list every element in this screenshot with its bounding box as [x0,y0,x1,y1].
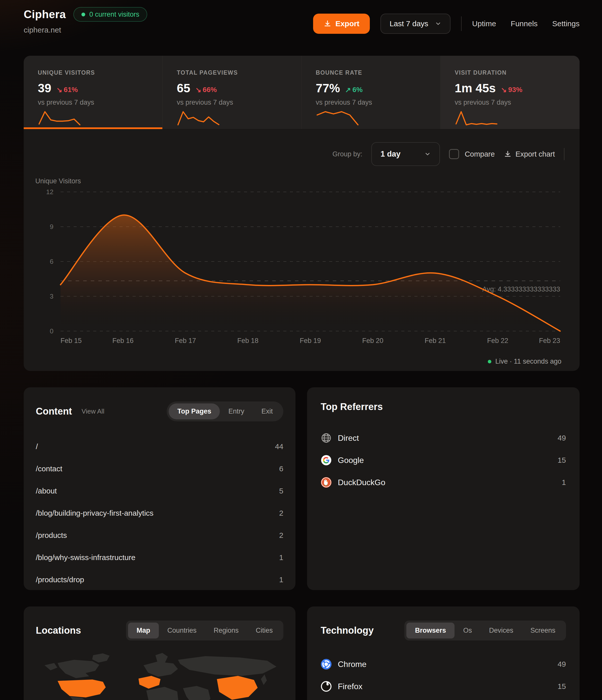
page-path: / [36,442,38,451]
world-map-svg [36,651,283,700]
locations-tabs: MapCountriesRegionsCities [126,621,283,641]
svg-text:Feb 20: Feb 20 [362,337,383,345]
referrer-row[interactable]: Direct49 [321,427,566,449]
page-row[interactable]: /blog/building-privacy-first-analytics2 [36,502,283,524]
stat-value: 77% [316,81,340,95]
page-row[interactable]: /blog/why-swiss-infrastructure1 [36,546,283,569]
page-row[interactable]: /44 [36,435,283,458]
sparkline-chart [316,110,359,126]
group-by-value: 1 day [380,150,400,158]
date-range-dropdown[interactable]: Last 7 days [380,14,450,34]
analytics-panel: UNIQUE VISITORS 39 ↘61% vs previous 7 da… [24,56,580,371]
row-count: 15 [558,456,566,465]
current-visitors-badge[interactable]: 0 current visitors [73,7,147,22]
row-label: Direct [338,433,359,443]
row-label: Google [338,456,364,465]
svg-text:6: 6 [50,258,53,265]
content-title: Content [36,406,72,417]
nav-funnels[interactable]: Funnels [511,19,538,28]
tab-regions[interactable]: Regions [205,623,247,639]
tab-countries[interactable]: Countries [159,623,205,639]
svg-text:0: 0 [50,327,53,335]
compare-checkbox[interactable] [449,149,459,159]
visitors-line-chart[interactable]: 036912Avg: 4.333333333333333Feb 15Feb 16… [34,186,570,350]
page-row[interactable]: /contact6 [36,458,283,480]
export-chart-button[interactable]: Export chart [504,150,555,158]
chart-controls: Group by: 1 day Compare Export chart [24,142,580,166]
referrer-row[interactable]: DuckDuckGo1 [321,471,566,494]
map-alaska [45,663,57,670]
page-row[interactable]: /products/drop1 [36,569,283,591]
chart-area: Group by: 1 day Compare Export chart Uni… [24,129,580,371]
tab-screens[interactable]: Screens [522,623,564,639]
top-bar: Ciphera 0 current visitors ciphera.net E… [24,7,580,45]
nav-settings[interactable]: Settings [552,19,580,28]
chevron-down-icon [424,151,431,157]
tab-devices[interactable]: Devices [480,623,522,639]
tab-browsers[interactable]: Browsers [406,623,454,639]
trend-down-icon: ↘ [501,86,507,94]
row-count: 49 [558,660,566,669]
content-panel: Content View All Top PagesEntryExit /44/… [24,387,296,590]
page-row[interactable]: /about5 [36,480,283,502]
export-chart-label: Export chart [516,150,555,158]
svg-text:Feb 18: Feb 18 [237,337,258,345]
map-usa-highlight [57,680,106,698]
page-path: /blog/why-swiss-infrastructure [36,553,135,562]
stat-card-bounce-rate[interactable]: BOUNCE RATE 77% ↗6% vs previous 7 days [302,56,441,129]
download-icon [324,20,331,27]
tab-cities[interactable]: Cities [247,623,281,639]
tab-map[interactable]: Map [128,623,159,639]
panels-row-1: Content View All Top PagesEntryExit /44/… [24,387,580,590]
browser-row[interactable]: Firefox15 [321,675,566,698]
svg-text:Feb 17: Feb 17 [175,337,196,345]
row-label: Firefox [338,682,362,691]
live-indicator: Live · 11 seconds ago [488,357,561,366]
sparkline-chart [455,110,498,126]
compare-toggle[interactable]: Compare [449,149,495,159]
browser-row[interactable]: Chrome49 [321,653,566,675]
green-dot-icon [488,360,491,364]
chrome-icon [321,659,332,670]
svg-text:Feb 22: Feb 22 [487,337,508,345]
sparkline-chart [38,110,81,126]
stat-card-total-pageviews[interactable]: TOTAL PAGEVIEWS 65 ↘66% vs previous 7 da… [162,56,301,129]
page-path: /about [36,487,57,495]
stat-label: VISIT DURATION [455,69,572,76]
svg-text:Feb 16: Feb 16 [112,337,134,345]
stat-compare-label: vs previous 7 days [316,99,433,106]
view-all-link[interactable]: View All [82,407,105,415]
live-label: Live · 11 seconds ago [495,357,561,366]
stat-delta: ↘93% [501,86,523,94]
brand-title: Ciphera [24,8,66,21]
stat-card-visit-duration[interactable]: VISIT DURATION 1m 45s ↘93% vs previous 7… [441,56,580,129]
tab-exit[interactable]: Exit [253,403,281,419]
page-count: 6 [279,465,283,473]
row-label: Chrome [338,660,367,669]
page-path: /products/drop [36,575,84,584]
locations-title: Locations [36,625,81,636]
group-by-dropdown[interactable]: 1 day [371,142,440,166]
technology-title: Technology [321,625,374,636]
page-count: 1 [279,553,283,562]
tab-top-pages[interactable]: Top Pages [169,403,220,419]
svg-text:9: 9 [50,223,53,230]
nav-uptime[interactable]: Uptime [472,19,496,28]
stat-compare-label: vs previous 7 days [177,99,294,106]
tab-os[interactable]: Os [454,623,480,639]
compare-label: Compare [465,150,495,158]
page-row[interactable]: /products2 [36,524,283,546]
page-count: 1 [279,575,283,584]
referrer-row[interactable]: Google15 [321,449,566,471]
stat-card-unique-visitors[interactable]: UNIQUE VISITORS 39 ↘61% vs previous 7 da… [24,56,162,129]
browser-row[interactable] [321,698,566,700]
firefox-icon [321,681,332,692]
row-count: 49 [558,434,566,442]
export-button[interactable]: Export [313,14,370,34]
tab-entry[interactable]: Entry [220,403,253,419]
current-visitors-label: 0 current visitors [89,10,139,18]
map-europe-highlight [139,676,160,689]
duckduckgo-icon [321,477,332,488]
referrers-list: Direct49Google15DuckDuckGo1 [321,427,566,494]
page-path: /contact [36,465,62,473]
